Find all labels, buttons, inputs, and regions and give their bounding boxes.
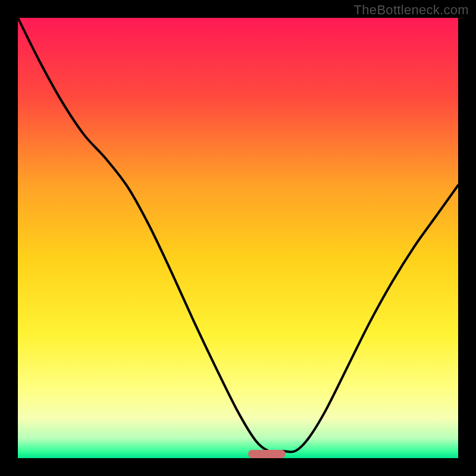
optimum-marker xyxy=(248,450,286,458)
bottleneck-curve xyxy=(18,18,458,458)
watermark-text: TheBottleneck.com xyxy=(354,2,469,18)
chart-container: TheBottleneck.com xyxy=(0,0,476,476)
plot-area xyxy=(18,18,458,458)
